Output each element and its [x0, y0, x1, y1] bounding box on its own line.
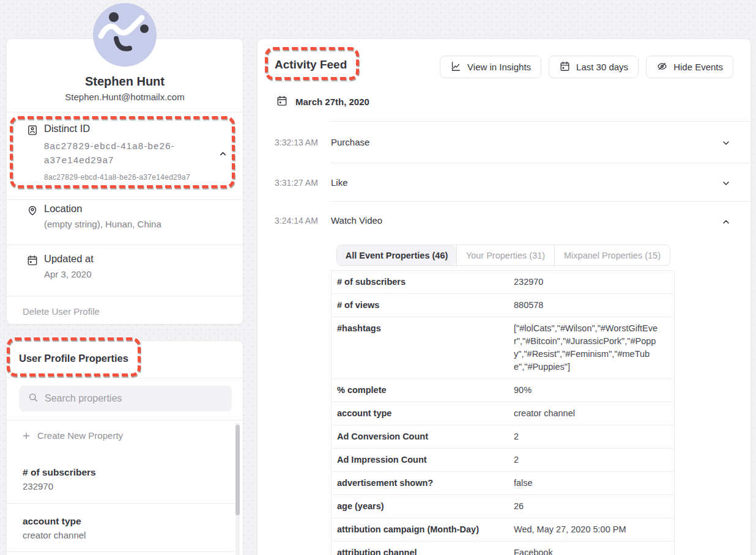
- event-property-row: # of subscribers 232970: [332, 271, 674, 294]
- activity-toolbar: View in Insights Last 30 days: [440, 56, 733, 78]
- event-property-row: # of views 880578: [332, 294, 674, 317]
- divider: [7, 378, 243, 378]
- date-header: March 27th, 2020: [295, 97, 369, 107]
- event-property-row: % complete 90%: [332, 379, 674, 402]
- chevron-up-icon[interactable]: [218, 149, 228, 161]
- location-value: (empty string), Hunan, China: [44, 219, 161, 229]
- divider: [7, 199, 243, 200]
- property-name: account type: [23, 516, 81, 527]
- event-property-value: false: [514, 472, 674, 494]
- distinct-id-label: Distinct ID: [44, 123, 90, 134]
- event-property-value: 232970: [514, 271, 674, 293]
- user-profile-properties-title: User Profile Properties: [19, 353, 128, 364]
- event-property-value: 880578: [514, 294, 674, 317]
- event-property-name: attribution channel: [332, 542, 514, 555]
- event-property-value: Wed, May 27, 2020 5:00 PM: [514, 518, 674, 541]
- event-name: Purchase: [331, 137, 369, 147]
- event-properties-table: # of subscribers 232970 # of views 88057…: [331, 270, 675, 555]
- activity-feed-title: Activity Feed: [275, 58, 347, 72]
- event-time: 3:32:13 AM: [275, 138, 318, 147]
- updated-at-label: Updated at: [44, 253, 94, 265]
- divider: [7, 244, 243, 245]
- insights-chart-icon: [450, 61, 462, 74]
- view-in-insights-button[interactable]: View in Insights: [440, 56, 541, 78]
- event-row-like[interactable]: 3:31:27 AM Like: [258, 163, 750, 201]
- user-email: Stephen.Hunt@hotmailx.com: [7, 92, 243, 102]
- tab-all-event-properties[interactable]: All Event Properties (46): [337, 245, 456, 265]
- location-label: Location: [44, 203, 82, 215]
- scrollbar-thumb[interactable]: [235, 425, 240, 515]
- event-property-value: 90%: [514, 379, 674, 402]
- event-name: Like: [331, 177, 348, 188]
- event-property-row: age (years) 26: [332, 495, 674, 518]
- event-name: Watch Video: [331, 215, 382, 226]
- divider: [7, 112, 243, 112]
- distinct-id-value: 8ac27829-ebcd-41a8-be26-a37e14ed29a7: [44, 139, 209, 167]
- event-property-name: account type: [332, 402, 514, 425]
- event-property-name: % complete: [332, 379, 514, 402]
- divider: [7, 296, 243, 296]
- eye-off-icon: [656, 61, 668, 74]
- event-property-name: Ad Impression Count: [332, 449, 514, 471]
- event-property-name: advertisement shown?: [332, 472, 514, 494]
- event-time: 3:31:27 AM: [275, 178, 318, 188]
- delete-user-profile-button[interactable]: Delete User Profile: [23, 306, 100, 317]
- property-name: # of subscribers: [23, 467, 96, 478]
- property-value: 232970: [23, 481, 53, 491]
- event-property-row: advertisement shown? false: [332, 472, 674, 495]
- user-profile-properties-card: User Profile Properties Create New Prope…: [6, 340, 243, 555]
- tab-your-properties[interactable]: Your Properties (31): [456, 245, 554, 265]
- divider: [7, 420, 243, 421]
- divider: [7, 551, 234, 552]
- event-property-row: attribution channel Facebook: [332, 542, 674, 555]
- page: Stephen Hunt Stephen.Hunt@hotmailx.com D…: [0, 0, 756, 555]
- event-property-row: attribution campaign (Month-Day) Wed, Ma…: [332, 518, 674, 542]
- divider: [7, 503, 234, 504]
- location-pin-icon: [26, 204, 39, 216]
- chevron-up-icon[interactable]: [721, 217, 731, 227]
- event-row-purchase[interactable]: 3:32:13 AM Purchase: [258, 121, 750, 163]
- activity-feed-card: Activity Feed View in Insights: [257, 39, 751, 555]
- event-properties-tabs: All Event Properties (46) Your Propertie…: [336, 244, 670, 266]
- property-value: creator channel: [23, 530, 86, 540]
- chevron-down-icon[interactable]: [721, 178, 731, 188]
- calendar-icon: [276, 95, 288, 107]
- event-property-name: #hashtags: [332, 317, 514, 378]
- event-property-row: account type creator channel: [332, 402, 674, 425]
- event-property-value: 2: [514, 449, 674, 471]
- updated-at-value: Apr 3, 2020: [44, 269, 92, 279]
- event-property-name: # of subscribers: [332, 271, 514, 293]
- event-row-watch-video[interactable]: 3:24:14 AM Watch Video: [258, 201, 750, 239]
- event-property-name: age (years): [332, 495, 514, 518]
- event-property-row: Ad Impression Count 2: [332, 449, 674, 472]
- search-properties-box[interactable]: [19, 386, 232, 411]
- date-range-button[interactable]: Last 30 days: [549, 56, 639, 78]
- profile-card: Stephen Hunt Stephen.Hunt@hotmailx.com D…: [6, 39, 243, 325]
- event-property-name: # of views: [332, 294, 514, 317]
- event-property-value: ["#lolCats","#Wilson","#WorstGiftEver","…: [514, 317, 674, 378]
- event-time: 3:24:14 AM: [275, 216, 318, 226]
- calendar-icon: [26, 254, 39, 266]
- plus-icon: [21, 431, 31, 441]
- avatar: [93, 3, 157, 67]
- user-name: Stephen Hunt: [7, 75, 243, 89]
- search-properties-input[interactable]: [45, 393, 223, 404]
- event-property-value: 2: [514, 425, 674, 448]
- event-property-name: attribution campaign (Month-Day): [332, 518, 514, 541]
- calendar-icon: [559, 61, 571, 74]
- search-icon: [28, 392, 39, 405]
- chevron-down-icon[interactable]: [721, 138, 731, 148]
- tab-mixpanel-properties[interactable]: Mixpanel Properties (15): [554, 245, 670, 265]
- event-property-value: Facebook: [514, 542, 674, 555]
- event-property-row: Ad Conversion Count 2: [332, 425, 674, 449]
- event-property-value: creator channel: [514, 402, 674, 425]
- event-property-name: Ad Conversion Count: [332, 425, 514, 448]
- create-new-property-button[interactable]: Create New Property: [21, 430, 123, 441]
- event-property-row: #hashtags ["#lolCats","#Wilson","#WorstG…: [332, 317, 674, 379]
- hide-events-button[interactable]: Hide Events: [646, 56, 733, 78]
- id-badge-icon: [26, 124, 39, 136]
- distinct-id-value-small: 8ac27829-ebcd-41a8-be26-a37e14ed29a7: [44, 173, 190, 182]
- event-property-value: 26: [514, 495, 674, 518]
